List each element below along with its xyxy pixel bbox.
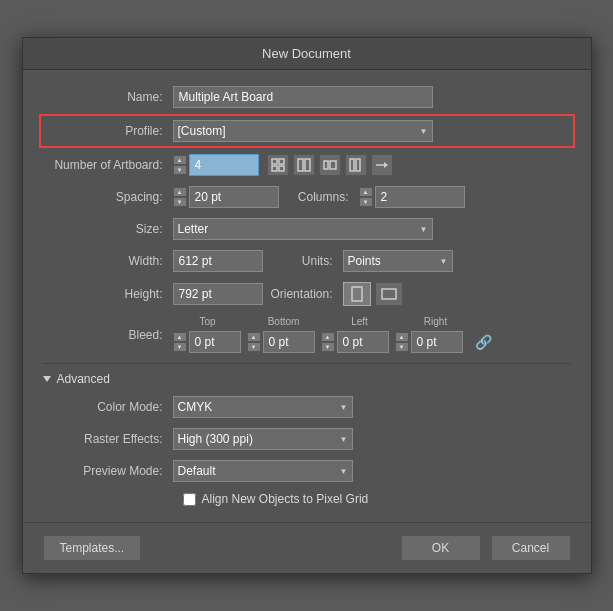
profile-select-wrapper: [Custom] [173, 120, 433, 142]
dialog-title: New Document [23, 38, 591, 70]
width-input[interactable] [173, 250, 263, 272]
align-checkbox-label: Align New Objects to Pixel Grid [202, 492, 369, 506]
advanced-header[interactable]: Advanced [43, 372, 571, 386]
svg-rect-1 [279, 159, 284, 164]
artboard-arrange-icon[interactable] [319, 154, 341, 176]
height-label: Height: [43, 287, 173, 301]
size-label: Size: [43, 222, 173, 236]
svg-rect-0 [272, 159, 277, 164]
raster-effects-row: Raster Effects: High (300 ppi) Medium (1… [43, 428, 571, 450]
preview-mode-row: Preview Mode: Default Pixel Overprint [43, 460, 571, 482]
bleed-right-down[interactable]: ▼ [395, 342, 409, 352]
ok-button[interactable]: OK [401, 535, 481, 561]
bleed-top-spinner: ▲▼ [173, 331, 241, 353]
footer-right-buttons: OK Cancel [401, 535, 571, 561]
advanced-section: Advanced Color Mode: CMYK RGB Raster Eff… [43, 372, 571, 506]
svg-rect-2 [272, 166, 277, 171]
spacing-spinner: ▲ ▼ [173, 186, 279, 208]
preview-mode-select-wrapper: Default Pixel Overprint [173, 460, 353, 482]
bleed-left-up[interactable]: ▲ [321, 332, 335, 342]
bleed-inputs-row: ▲▼ ▲▼ ▲▼ ▲▼ 🔗 [173, 331, 492, 353]
bleed-bottom-up[interactable]: ▲ [247, 332, 261, 342]
orientation-landscape-btn[interactable] [375, 282, 403, 306]
orientation-group [343, 282, 403, 306]
columns-input[interactable] [375, 186, 465, 208]
bleed-section: Bleed: Top Bottom Left Right ▲▼ ▲▼ [43, 316, 571, 353]
new-document-dialog: New Document Name: Profile: [Custom] Num… [22, 37, 592, 574]
spacing-spin-down[interactable]: ▼ [173, 197, 187, 207]
units-select[interactable]: Points [343, 250, 453, 272]
profile-label: Profile: [43, 124, 173, 138]
svg-rect-4 [298, 159, 303, 171]
bleed-fields: Top Bottom Left Right ▲▼ ▲▼ ▲▼ [173, 316, 492, 353]
artboard-spinner: ▲ ▼ [173, 154, 259, 176]
artboard-arrange-right-icon[interactable] [371, 154, 393, 176]
spacing-label: Spacing: [43, 190, 173, 204]
artboard-input[interactable] [189, 154, 259, 176]
svg-rect-8 [350, 159, 354, 171]
templates-button[interactable]: Templates... [43, 535, 142, 561]
spacing-input[interactable] [189, 186, 279, 208]
svg-rect-6 [324, 161, 328, 169]
advanced-toggle-icon [43, 376, 51, 382]
bleed-left-spinner: ▲▼ [321, 331, 389, 353]
profile-row: Profile: [Custom] [43, 118, 571, 144]
svg-rect-3 [279, 166, 284, 171]
size-select[interactable]: Letter [173, 218, 433, 240]
orientation-portrait-btn[interactable] [343, 282, 371, 306]
bleed-right-input[interactable] [411, 331, 463, 353]
bleed-left-down[interactable]: ▼ [321, 342, 335, 352]
spacing-row: Spacing: ▲ ▼ Columns: ▲ ▼ [43, 186, 571, 208]
bleed-top-input[interactable] [189, 331, 241, 353]
cancel-button[interactable]: Cancel [491, 535, 571, 561]
svg-rect-7 [330, 161, 336, 169]
artboard-grid-col-icon[interactable] [293, 154, 315, 176]
bleed-link-icon[interactable]: 🔗 [475, 334, 492, 350]
raster-effects-select-wrapper: High (300 ppi) Medium (150 ppi) Screen (… [173, 428, 353, 450]
profile-select[interactable]: [Custom] [173, 120, 433, 142]
bleed-right-label: Right [401, 316, 471, 327]
spacing-spin-up[interactable]: ▲ [173, 187, 187, 197]
columns-spin-down[interactable]: ▼ [359, 197, 373, 207]
artboard-label: Number of Artboard: [43, 158, 173, 172]
width-row: Width: Units: Points [43, 250, 571, 272]
bleed-label: Bleed: [43, 328, 173, 342]
svg-rect-9 [356, 159, 360, 171]
preview-mode-select[interactable]: Default Pixel Overprint [173, 460, 353, 482]
bleed-bottom-down[interactable]: ▼ [247, 342, 261, 352]
height-input[interactable] [173, 283, 263, 305]
bleed-bottom-input[interactable] [263, 331, 315, 353]
bleed-left-input[interactable] [337, 331, 389, 353]
svg-rect-5 [305, 159, 310, 171]
bleed-top-up[interactable]: ▲ [173, 332, 187, 342]
columns-label: Columns: [279, 190, 359, 204]
orientation-label: Orientation: [263, 287, 343, 301]
dialog-footer: Templates... OK Cancel [23, 522, 591, 573]
color-mode-select[interactable]: CMYK RGB [173, 396, 353, 418]
columns-spin-up[interactable]: ▲ [359, 187, 373, 197]
color-mode-row: Color Mode: CMYK RGB [43, 396, 571, 418]
artboard-spin-up[interactable]: ▲ [173, 155, 187, 165]
bleed-top-down[interactable]: ▼ [173, 342, 187, 352]
name-input[interactable] [173, 86, 433, 108]
artboard-spin-down[interactable]: ▼ [173, 165, 187, 175]
artboard-arrange2-icon[interactable] [345, 154, 367, 176]
name-label: Name: [43, 90, 173, 104]
artboard-row: Number of Artboard: ▲ ▼ [43, 154, 571, 176]
columns-spin-group: ▲ ▼ [359, 187, 373, 207]
columns-spinner: ▲ ▼ [359, 186, 465, 208]
height-row: Height: Orientation: [43, 282, 571, 306]
svg-rect-13 [382, 289, 396, 299]
align-checkbox[interactable] [183, 493, 196, 506]
color-mode-label: Color Mode: [43, 400, 173, 414]
svg-rect-12 [352, 287, 362, 301]
align-checkbox-row: Align New Objects to Pixel Grid [183, 492, 571, 506]
bleed-right-up[interactable]: ▲ [395, 332, 409, 342]
raster-effects-select[interactable]: High (300 ppi) Medium (150 ppi) Screen (… [173, 428, 353, 450]
color-mode-select-wrapper: CMYK RGB [173, 396, 353, 418]
bleed-bottom-spinner: ▲▼ [247, 331, 315, 353]
size-row: Size: Letter [43, 218, 571, 240]
units-label: Units: [263, 254, 343, 268]
artboard-grid-icon[interactable] [267, 154, 289, 176]
artboard-spin-group: ▲ ▼ [173, 155, 187, 175]
